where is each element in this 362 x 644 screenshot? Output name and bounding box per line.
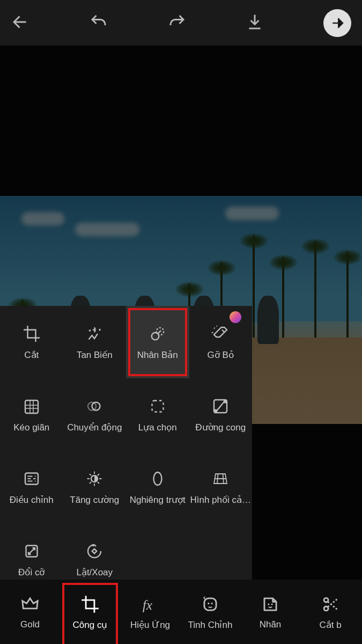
tool-label: Hình phối cả… <box>190 494 251 506</box>
face-icon <box>200 594 221 615</box>
stretch-icon <box>21 397 42 417</box>
tool-adjust[interactable]: Điều chỉnh <box>0 451 63 523</box>
tool-label: Nghiêng trượt <box>130 494 186 506</box>
tool-label: Gỡ Bỏ <box>208 349 234 361</box>
nav-label: Tinh Chỉnh <box>188 619 233 631</box>
svg-point-19 <box>324 598 328 602</box>
tool-label: Đổi cỡ <box>18 567 45 578</box>
download-button[interactable] <box>245 12 264 34</box>
tool-tiltshift[interactable]: Nghiêng trượt <box>126 451 189 523</box>
svg-point-7 <box>215 410 217 413</box>
clone-icon <box>147 324 168 344</box>
redo-icon <box>167 12 187 32</box>
back-button[interactable] <box>11 12 30 34</box>
tool-selection[interactable]: Lựa chọn <box>126 378 189 451</box>
svg-point-8 <box>224 400 227 403</box>
tool-curves[interactable]: Đường cong <box>189 378 253 451</box>
crown-icon <box>19 594 41 615</box>
top-toolbar <box>0 0 362 46</box>
nav-cutout[interactable]: Cắt b <box>300 580 360 644</box>
svg-point-20 <box>324 606 328 610</box>
tool-label: Lật/Xoay <box>76 567 113 578</box>
resize-icon <box>21 541 42 561</box>
arrow-right-icon <box>329 15 345 31</box>
next-button[interactable] <box>323 9 351 37</box>
tool-label: Kéo giãn <box>13 422 49 433</box>
tool-motion[interactable]: Chuyển động <box>63 378 127 451</box>
tool-label: Điều chỉnh <box>10 494 54 506</box>
perspective-icon <box>210 469 231 489</box>
crop-icon <box>21 324 42 344</box>
curves-icon <box>210 396 231 416</box>
enhance-icon <box>84 469 105 489</box>
arrow-left-icon <box>11 12 30 32</box>
tool-remove[interactable]: Gỡ Bỏ <box>189 306 253 378</box>
tool-label: Tăng cường <box>70 494 119 506</box>
fx-icon: fx <box>139 594 161 615</box>
nav-label: Công cụ <box>73 619 108 631</box>
motion-icon <box>84 396 105 416</box>
scissors-icon <box>320 594 341 615</box>
tool-label: Nhân Bản <box>137 349 178 361</box>
svg-point-16 <box>211 602 213 604</box>
nav-tools[interactable]: Công cụ <box>60 580 120 644</box>
svg-text:fx: fx <box>143 597 153 612</box>
svg-point-17 <box>268 603 269 605</box>
nav-gold[interactable]: Gold <box>0 580 60 644</box>
tool-perspective[interactable]: Hình phối cả… <box>189 451 253 523</box>
tool-label: Đường cong <box>195 422 246 433</box>
selection-icon <box>147 396 168 416</box>
sticker-icon <box>260 594 281 615</box>
new-badge-icon <box>230 311 241 323</box>
tool-disperse[interactable]: Tan Biến <box>63 306 127 378</box>
disperse-icon <box>84 324 105 344</box>
svg-rect-2 <box>25 400 38 413</box>
eraser-icon <box>210 324 231 344</box>
nav-label: Hiệu Ứng <box>130 619 170 631</box>
fliprotate-icon <box>84 541 105 561</box>
tool-label: Lựa chọn <box>138 422 177 433</box>
nav-label: Gold <box>20 619 40 630</box>
svg-rect-5 <box>152 401 163 412</box>
bottom-nav: Gold Công cụ fx Hiệu Ứng Tinh Chỉnh Nhãn… <box>0 580 362 644</box>
svg-point-18 <box>271 603 273 605</box>
nav-effects[interactable]: fx Hiệu Ứng <box>120 580 180 644</box>
tool-crop[interactable]: Cắt <box>0 306 63 378</box>
tool-label: Chuyển động <box>67 422 122 433</box>
svg-point-15 <box>208 602 209 604</box>
nav-retouch[interactable]: Tinh Chỉnh <box>180 580 240 644</box>
crop-tool-icon <box>79 594 101 615</box>
undo-button[interactable] <box>89 12 108 34</box>
tool-label: Cắt <box>24 349 39 361</box>
tiltshift-icon <box>147 469 168 489</box>
tools-panel: Cắt Tan Biến Nhân Bản Gỡ Bỏ Kéo giãn Chu… <box>0 306 252 596</box>
download-icon <box>245 12 264 32</box>
nav-sticker[interactable]: Nhãn <box>240 580 300 644</box>
svg-rect-12 <box>92 549 97 553</box>
undo-icon <box>89 12 108 32</box>
svg-rect-9 <box>25 473 38 485</box>
tool-enhance[interactable]: Tăng cường <box>63 451 127 523</box>
nav-label: Cắt b <box>319 619 341 631</box>
tool-stretch[interactable]: Kéo giãn <box>0 378 63 451</box>
svg-rect-14 <box>204 598 216 610</box>
tool-label: Tan Biến <box>77 349 113 361</box>
redo-button[interactable] <box>167 12 187 34</box>
adjust-icon <box>21 469 42 489</box>
nav-label: Nhãn <box>260 619 282 630</box>
tool-clone[interactable]: Nhân Bản <box>126 306 189 378</box>
